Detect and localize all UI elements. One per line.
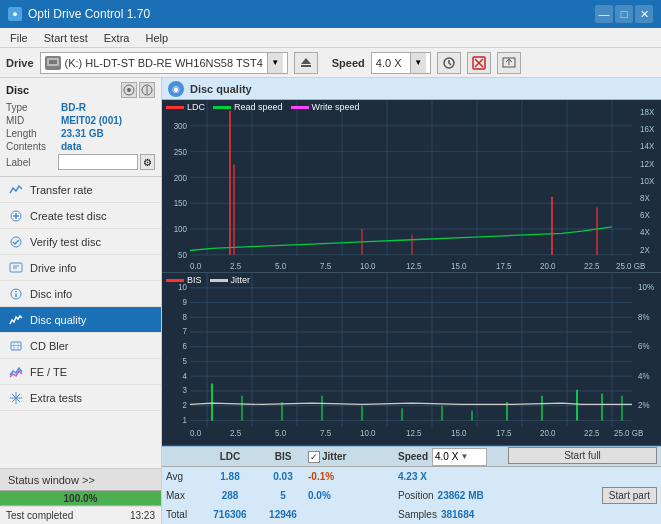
svg-rect-81 [162, 273, 661, 445]
svg-text:20.0: 20.0 [540, 260, 556, 270]
menu-extra[interactable]: Extra [98, 30, 136, 46]
disc-label-row: Label ⚙ [6, 154, 155, 170]
menu-start-test[interactable]: Start test [38, 30, 94, 46]
ldc-label: LDC [187, 102, 205, 112]
svg-rect-1 [49, 60, 57, 64]
total-ldc: 716306 [202, 509, 258, 520]
avg-speed: 4.23 X [398, 471, 508, 482]
menu-file[interactable]: File [4, 30, 34, 46]
max-speed-group: Position 23862 MB [398, 490, 508, 501]
drive-info-icon [8, 260, 24, 276]
nav-transfer-rate[interactable]: Transfer rate [0, 177, 161, 203]
speed-select-box[interactable]: 4.0 X ▼ [432, 448, 487, 466]
title-bar-left: ● Opti Drive Control 1.70 [8, 7, 150, 21]
svg-text:6%: 6% [638, 340, 650, 351]
svg-text:8X: 8X [640, 193, 650, 203]
position-label: Position [398, 490, 434, 501]
label-input[interactable] [58, 154, 138, 170]
chart2-legend: BIS Jitter [166, 275, 250, 285]
nav-extra-tests[interactable]: Extra tests [0, 385, 161, 411]
legend-read-speed: Read speed [213, 102, 283, 112]
drive-bar: Drive (K:) HL-DT-ST BD-RE WH16NS58 TST4 … [0, 48, 661, 78]
toolbar-btn-2[interactable] [467, 52, 491, 74]
nav-disc-info[interactable]: Disc info [0, 281, 161, 307]
toolbar-btn-3[interactable] [497, 52, 521, 74]
legend-bis: BIS [166, 275, 202, 285]
position-value: 23862 MB [438, 490, 484, 501]
svg-text:2: 2 [183, 399, 187, 410]
avg-jitter: -0.1% [308, 471, 398, 482]
nav-fe-te[interactable]: FE / TE [0, 359, 161, 385]
legend-ldc: LDC [166, 102, 205, 112]
total-speed-group: Samples 381684 [398, 509, 508, 520]
stats-ldc-header: LDC [202, 451, 258, 462]
svg-text:25.0 GB: 25.0 GB [616, 260, 646, 270]
disc-title: Disc [6, 84, 29, 96]
speed-select[interactable]: 4.0 X ▼ [371, 52, 431, 74]
verify-test-disc-icon [8, 234, 24, 250]
max-jitter: 0.0% [308, 490, 398, 501]
create-test-disc-icon [8, 208, 24, 224]
nav-drive-info[interactable]: Drive info [0, 255, 161, 281]
disc-icon-btn-1[interactable] [121, 82, 137, 98]
ldc-color [166, 106, 184, 109]
speed-dropdown-arrow[interactable]: ▼ [410, 53, 426, 73]
disc-length-row: Length 23.31 GB [6, 128, 155, 139]
svg-text:6: 6 [183, 340, 187, 351]
write-speed-label: Write speed [312, 102, 360, 112]
nav-cd-bler[interactable]: CD Bler [0, 333, 161, 359]
svg-text:250: 250 [174, 147, 188, 157]
stats-speed-group: Speed 4.0 X ▼ [398, 448, 508, 466]
chart-header-title: Disc quality [190, 83, 252, 95]
drive-select[interactable]: (K:) HL-DT-ST BD-RE WH16NS58 TST4 ▼ [40, 52, 288, 74]
svg-marker-2 [301, 58, 311, 64]
nav-create-test-disc[interactable]: Create test disc [0, 203, 161, 229]
eject-button[interactable] [294, 52, 318, 74]
start-buttons-col: Start full [508, 447, 657, 466]
nav-verify-test-disc[interactable]: Verify test disc [0, 229, 161, 255]
charts-area: 300 250 200 150 100 50 18X 16X 14X 12X 1… [162, 100, 661, 446]
extra-tests-icon [8, 390, 24, 406]
jitter-label: Jitter [231, 275, 251, 285]
disc-contents-value: data [61, 141, 82, 152]
svg-text:300: 300 [174, 121, 188, 131]
svg-text:2.5: 2.5 [230, 428, 241, 439]
svg-text:2X: 2X [640, 244, 650, 254]
bis-label: BIS [187, 275, 202, 285]
svg-text:15.0: 15.0 [451, 428, 467, 439]
avg-ldc: 1.88 [202, 471, 258, 482]
label-button[interactable]: ⚙ [140, 154, 155, 170]
svg-point-11 [127, 88, 131, 92]
maximize-button[interactable]: □ [615, 5, 633, 23]
svg-text:22.5: 22.5 [584, 260, 600, 270]
toolbar-btn-1[interactable] [437, 52, 461, 74]
drive-icon [45, 56, 61, 70]
legend-write-speed: Write speed [291, 102, 360, 112]
start-full-button[interactable]: Start full [508, 447, 657, 464]
svg-text:2%: 2% [638, 399, 650, 410]
status-window-button[interactable]: Status window >> [0, 468, 161, 490]
svg-text:6X: 6X [640, 210, 650, 220]
status-window-label: Status window >> [8, 474, 95, 486]
nav-disc-quality[interactable]: Disc quality [0, 307, 161, 333]
close-button[interactable]: ✕ [635, 5, 653, 23]
svg-text:25.0 GB: 25.0 GB [614, 428, 643, 439]
svg-text:10%: 10% [638, 281, 654, 292]
disc-length-value: 23.31 GB [61, 128, 104, 139]
menu-help[interactable]: Help [139, 30, 174, 46]
max-bis: 5 [258, 490, 308, 501]
minimize-button[interactable]: — [595, 5, 613, 23]
total-label: Total [166, 509, 202, 520]
start-part-button[interactable]: Start part [602, 487, 657, 504]
sidebar: Disc [0, 78, 162, 524]
svg-rect-24 [11, 342, 21, 350]
svg-text:18X: 18X [640, 107, 655, 117]
svg-text:5.0: 5.0 [275, 428, 286, 439]
drive-dropdown-arrow[interactable]: ▼ [267, 53, 283, 73]
disc-info-icon [8, 286, 24, 302]
svg-text:16X: 16X [640, 124, 655, 134]
disc-icon-btn-2[interactable] [139, 82, 155, 98]
svg-text:4: 4 [183, 370, 187, 381]
jitter-checkbox[interactable]: ✓ [308, 451, 320, 463]
total-bis: 12946 [258, 509, 308, 520]
